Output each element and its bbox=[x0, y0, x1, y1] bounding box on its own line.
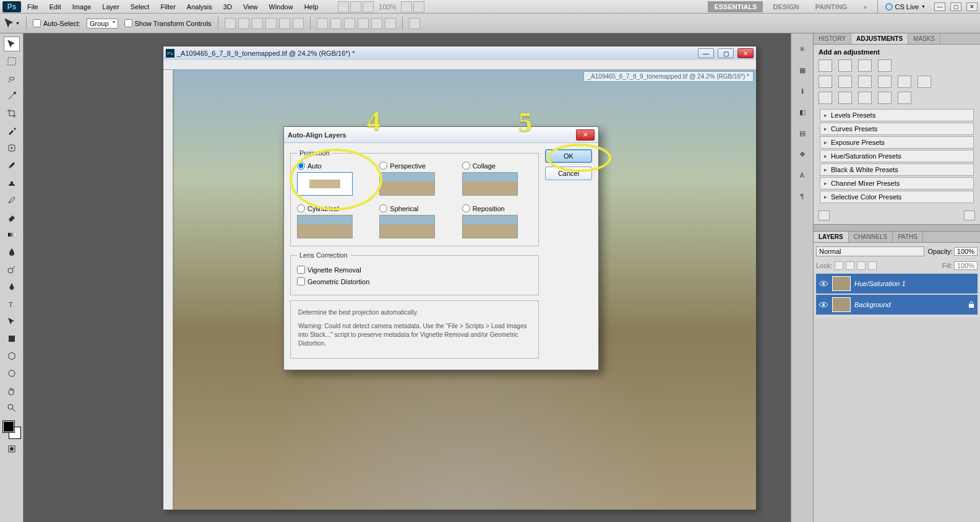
launch-minibridge-icon[interactable] bbox=[350, 1, 361, 12]
geodist-checkbox[interactable]: Geometric Distortion bbox=[297, 276, 532, 287]
type-tool[interactable]: T bbox=[4, 297, 19, 311]
menu-window[interactable]: Window bbox=[264, 2, 298, 12]
lock-position-icon[interactable] bbox=[857, 261, 866, 270]
radio-spherical[interactable] bbox=[379, 204, 387, 212]
dodge-tool[interactable] bbox=[4, 263, 19, 276]
auto-select-checkbox[interactable]: Auto-Select: bbox=[33, 19, 80, 27]
menu-filter[interactable]: Filter bbox=[155, 2, 180, 12]
menu-3d[interactable]: 3D bbox=[218, 2, 237, 12]
preset-channel-mixer[interactable]: Channel Mixer Presets bbox=[820, 177, 974, 189]
app-minimize-button[interactable]: — bbox=[934, 2, 945, 11]
distribute-hcenter-icon[interactable] bbox=[371, 18, 382, 29]
brightness-contrast-icon[interactable] bbox=[819, 59, 832, 72]
workspace-essentials[interactable]: ESSENTIALS bbox=[708, 1, 763, 12]
distribute-right-icon[interactable] bbox=[385, 18, 396, 29]
workspace-design[interactable]: DESIGN bbox=[767, 1, 805, 12]
quickmask-tool[interactable] bbox=[4, 442, 19, 456]
align-top-icon[interactable] bbox=[225, 18, 236, 29]
radio-reposition[interactable] bbox=[462, 204, 470, 212]
levels-icon[interactable] bbox=[838, 59, 852, 72]
path-selection-tool[interactable] bbox=[4, 315, 19, 328]
move-tool[interactable] bbox=[4, 37, 19, 51]
blend-mode-select[interactable]: Normal bbox=[816, 246, 924, 256]
tab-channels[interactable]: CHANNELS bbox=[849, 232, 893, 242]
document-titlebar[interactable]: Ps _A109465_6_7_8_9_tonemapped.tif @ 24.… bbox=[163, 46, 756, 60]
clone-stamp-tool[interactable] bbox=[4, 176, 19, 189]
crop-tool[interactable] bbox=[4, 107, 19, 120]
brush-tool[interactable] bbox=[4, 159, 19, 172]
align-vcenter-icon[interactable] bbox=[238, 18, 249, 29]
projection-auto[interactable]: Auto bbox=[297, 162, 367, 196]
app-close-button[interactable]: ✕ bbox=[966, 2, 978, 11]
auto-align-icon[interactable] bbox=[409, 18, 420, 29]
curves-icon[interactable] bbox=[858, 59, 872, 72]
fill-field[interactable]: Fill:100% bbox=[942, 261, 978, 270]
marquee-tool[interactable] bbox=[4, 54, 19, 68]
adjustments-return-icon[interactable] bbox=[819, 211, 830, 220]
screen-mode-icon[interactable] bbox=[413, 1, 424, 12]
tab-layers[interactable]: LAYERS bbox=[814, 232, 849, 242]
align-hcenter-icon[interactable] bbox=[279, 18, 290, 29]
color-balance-icon[interactable] bbox=[858, 76, 872, 88]
history-brush-tool[interactable] bbox=[4, 193, 19, 207]
posterize-icon[interactable] bbox=[838, 92, 852, 104]
gradient-map-icon[interactable] bbox=[878, 92, 892, 104]
color-swatches[interactable] bbox=[3, 421, 20, 438]
opacity-field[interactable]: Opacity:100% bbox=[928, 247, 978, 256]
projection-reposition[interactable]: Reposition bbox=[462, 204, 532, 238]
lasso-tool[interactable] bbox=[4, 72, 19, 85]
workspace-more-icon[interactable]: » bbox=[857, 1, 873, 12]
distribute-bottom-icon[interactable] bbox=[344, 18, 355, 29]
tab-paths[interactable]: PATHS bbox=[893, 232, 923, 242]
preset-exposure[interactable]: Exposure Presets bbox=[820, 136, 974, 149]
channel-mixer-icon[interactable] bbox=[918, 76, 931, 88]
arrange-docs-icon[interactable] bbox=[401, 1, 412, 12]
menu-analysis[interactable]: Analysis bbox=[182, 2, 217, 12]
shape-tool[interactable] bbox=[4, 332, 19, 346]
doc-close-button[interactable]: ✕ bbox=[737, 48, 754, 58]
adjustments-trash-icon[interactable] bbox=[964, 211, 975, 220]
doc-minimize-button[interactable]: — bbox=[698, 48, 714, 58]
distribute-top-icon[interactable] bbox=[317, 18, 328, 29]
preset-hue-saturation[interactable]: Hue/Saturation Presets bbox=[820, 150, 974, 162]
distribute-left-icon[interactable] bbox=[358, 18, 369, 29]
menu-help[interactable]: Help bbox=[299, 2, 324, 12]
selective-color-icon[interactable] bbox=[898, 92, 911, 104]
projection-spherical[interactable]: Spherical bbox=[379, 204, 449, 238]
cs-live[interactable]: CS Live▼ bbox=[882, 3, 929, 11]
healing-brush-tool[interactable] bbox=[4, 141, 19, 155]
vibrance-icon[interactable] bbox=[819, 76, 832, 88]
tab-adjustments[interactable]: ADJUSTMENTS bbox=[851, 33, 908, 44]
projection-perspective[interactable]: Perspective bbox=[379, 162, 449, 196]
visibility-icon[interactable] bbox=[819, 300, 828, 309]
layer-row-background[interactable]: Background bbox=[816, 295, 978, 315]
blur-tool[interactable] bbox=[4, 245, 19, 259]
exposure-icon[interactable] bbox=[878, 59, 892, 72]
preset-levels[interactable]: Levels Presets bbox=[820, 109, 974, 121]
menu-select[interactable]: Select bbox=[126, 2, 155, 12]
3d-tool[interactable] bbox=[4, 349, 19, 363]
histogram-icon[interactable]: ※ bbox=[796, 42, 809, 56]
zoom-tool[interactable] bbox=[4, 401, 19, 415]
align-left-icon[interactable] bbox=[265, 18, 277, 29]
menu-file[interactable]: File bbox=[22, 2, 43, 12]
align-bottom-icon[interactable] bbox=[252, 18, 263, 29]
lock-transparent-icon[interactable] bbox=[835, 261, 843, 270]
menu-edit[interactable]: Edit bbox=[45, 2, 66, 12]
magic-wand-tool[interactable] bbox=[4, 89, 19, 103]
radio-collage[interactable] bbox=[462, 162, 470, 170]
hand-tool[interactable] bbox=[4, 384, 19, 398]
navigator-icon[interactable]: ▦ bbox=[796, 63, 809, 77]
view-extras-icon[interactable] bbox=[363, 1, 374, 12]
visibility-icon[interactable] bbox=[819, 279, 828, 288]
workspace-painting[interactable]: PAINTING bbox=[809, 1, 854, 12]
radio-cylindrical[interactable] bbox=[297, 204, 305, 212]
pen-tool[interactable] bbox=[4, 280, 19, 294]
preset-black-white[interactable]: Black & White Presets bbox=[820, 163, 974, 176]
3d-camera-tool[interactable] bbox=[4, 367, 19, 380]
layer-row-hue-saturation[interactable]: Hue/Saturation 1 bbox=[816, 274, 978, 294]
swatches-icon[interactable]: ▤ bbox=[796, 126, 809, 140]
black-white-icon[interactable] bbox=[878, 76, 892, 88]
auto-select-target[interactable]: Group bbox=[87, 19, 118, 28]
app-restore-button[interactable]: ▢ bbox=[950, 2, 961, 11]
